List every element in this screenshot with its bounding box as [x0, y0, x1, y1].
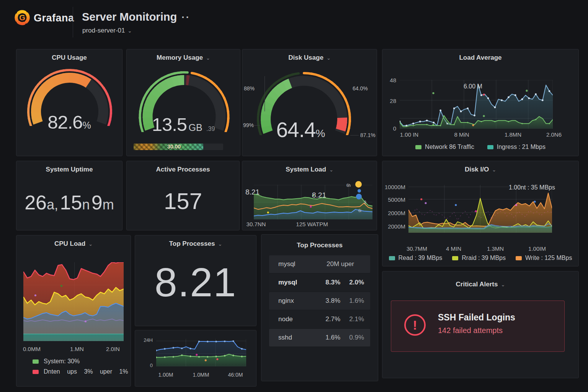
chart-legend: Read : 39 MBps Rraid : 39 MBps Write : 1… — [382, 255, 578, 261]
panel-title: System Uptime — [46, 166, 93, 173]
top-processes-sparkline[interactable] — [156, 339, 246, 366]
disk-io-chart[interactable] — [408, 185, 552, 233]
legend-swatch — [33, 359, 39, 364]
panel-top-processes-table: Top Processes mysql 20M uper mysql8.3%2.… — [261, 234, 378, 381]
legend-item: Network 86 Traffic — [415, 144, 474, 150]
system-load-chart[interactable] — [254, 185, 372, 219]
panel-title: Disk I/O — [465, 166, 489, 173]
x-tick: 1.00 IN — [400, 131, 418, 138]
y-tick: 5000M — [383, 196, 405, 203]
legend-swatch — [389, 256, 395, 260]
chevron-down-icon[interactable]: ⌄ — [218, 241, 222, 247]
panel-critical-alerts: Critical Alerts ⌄ ! SSH Failed Logins 14… — [382, 271, 579, 378]
uptime-value: 26a, 15n 9m — [16, 191, 122, 214]
threshold-label: 64.0% — [353, 85, 368, 91]
chevron-down-icon[interactable]: ⌄ — [327, 55, 331, 61]
x-tick: 30.7NN — [247, 221, 266, 227]
threshold-label: 87.1% — [360, 132, 376, 138]
x-tick: 0.0MM — [23, 346, 41, 352]
svg-text:G: G — [19, 13, 25, 22]
chart-annotation: 1.00nt : 35 MBps — [509, 184, 555, 191]
legend-item: Dnten ups 3% uper 1% — [33, 368, 128, 375]
threshold-label: 88% — [244, 85, 255, 91]
legend-item: Ingress : 21 Mbps — [487, 144, 546, 150]
page-title: Server Monitoring — [82, 11, 177, 23]
legend-item: Rraid : 39 MBps — [452, 255, 506, 261]
chevron-down-icon[interactable]: ⌄ — [206, 55, 210, 61]
panel-title: CPU Usage — [52, 54, 87, 62]
threshold-tick — [265, 76, 265, 111]
x-tick: 46:0M — [228, 372, 243, 378]
panel-title: Memory Usage — [157, 54, 203, 62]
chevron-down-icon[interactable]: ⌄ — [88, 241, 93, 247]
panel-title: Active Processes — [156, 166, 210, 173]
dashboard-title: Server Monitoring ·· — [82, 11, 190, 23]
grafana-logo-icon: G — [14, 9, 31, 26]
legend-item: Write : 125 MBps — [516, 255, 572, 261]
x-tick: 125 WATPM — [296, 221, 328, 227]
x-tick: 1.3MN — [487, 245, 504, 252]
x-tick: 1.MN — [70, 346, 84, 352]
chevron-down-icon[interactable]: ⌄ — [501, 282, 505, 287]
server-selector[interactable]: prod-server-01 ⌄ — [82, 27, 132, 34]
alert-exclamation-icon: ! — [404, 314, 426, 336]
threshold-label: 99% — [243, 122, 254, 128]
panel-system-uptime: System Uptime 26a, 15n 9m — [16, 161, 122, 230]
legend-swatch — [452, 256, 458, 260]
chevron-down-icon[interactable]: ⌄ — [492, 167, 496, 173]
server-selector-value: prod-server-01 — [82, 27, 125, 34]
dot-label: 6i — [358, 209, 361, 213]
status-dot-blue — [356, 194, 362, 199]
y-tick: 24H — [141, 337, 153, 343]
dot-label: 6h — [346, 183, 351, 188]
chart-legend: Network 86 Traffic Ingress : 21 Mbps — [382, 144, 578, 150]
header-divider — [73, 7, 73, 38]
x-tick: 8 MiN — [454, 131, 469, 138]
panel-cpu-load: CPU Load ⌄ 0.0MM 1.MN 2.0IN System: 30% … — [16, 235, 131, 387]
memory-bar-label: 30.00 — [167, 144, 181, 150]
cpu-load-chart[interactable] — [23, 262, 124, 341]
disk-gauge-value: 64.4% — [242, 118, 359, 142]
memory-bar: 30.00 — [134, 144, 223, 150]
panel-disk-io: Disk I/O ⌄ 10000M 5000M 2000M 2000M 1.00… — [382, 161, 579, 266]
legend-swatch — [415, 145, 421, 149]
table-row: nginx3.8%1.6% — [269, 292, 370, 310]
legend-swatch — [516, 256, 522, 260]
x-tick: 1.00M — [158, 372, 173, 378]
status-dot-yellow — [355, 181, 362, 188]
dot-label: 9 — [364, 200, 366, 204]
table-body: mysql8.3%2.0%nginx3.8%1.6%node2.7%2.1%ss… — [269, 274, 370, 346]
alert-card[interactable]: ! SSH Failed Logins 142 failed attempts — [391, 301, 565, 352]
memory-gauge-value: 13.5 GB .39 — [127, 114, 240, 135]
table-row: sshd1.6%0.9% — [269, 329, 370, 346]
chevron-down-icon[interactable]: ⌄ — [329, 167, 333, 173]
more-menu-icon[interactable]: ·· — [181, 15, 190, 19]
y-tick: 48 — [385, 77, 396, 83]
legend-swatch — [33, 370, 39, 374]
process-table: mysql 20M uper mysql8.3%2.0%nginx3.8%1.6… — [269, 255, 370, 347]
panel-top-processes-stat: Top Processes ⌄ 8.21 — [135, 235, 256, 326]
panel-title: Disk Usage — [288, 54, 323, 62]
y-tick: 28 — [385, 98, 396, 104]
alert-title: SSH Failed Logins — [438, 312, 515, 323]
panel-top-processes-spark: 24H 0 1.00M 1.0MM 46:0M — [135, 330, 256, 387]
chart-annotation: 6.00 M — [464, 83, 482, 90]
chevron-down-icon: ⌄ — [128, 28, 132, 34]
x-tick: 30.7MM — [407, 245, 427, 252]
table-row: mysql8.3%2.0% — [269, 274, 370, 291]
chart-annotation: 8.21 — [312, 191, 326, 199]
panel-memory-usage: Memory Usage ⌄ 13.5 GB .39 30.00 — [126, 49, 240, 156]
panel-cpu-usage: CPU Usage 82.6% — [16, 49, 122, 156]
legend-swatch — [487, 145, 493, 149]
y-tick: 10000M — [383, 184, 405, 190]
status-dot-blue-small — [358, 189, 361, 193]
x-tick: 1.00IM — [528, 245, 546, 252]
grafana-dashboard: G Grafana Server Monitoring ·· prod-serv… — [0, 0, 588, 392]
threshold-tick — [350, 135, 359, 136]
table-header-value: 20M uper — [327, 260, 354, 268]
y-tick: 0 — [385, 125, 396, 132]
header: G Grafana Server Monitoring ·· prod-serv… — [0, 0, 588, 45]
alert-subtitle: 142 failed attempts — [438, 326, 503, 335]
panel-title: System Load — [286, 166, 326, 173]
panel-load-average: Load Average 48 28 0 6.00 M 1.00 IN 8 Mi… — [382, 49, 579, 156]
